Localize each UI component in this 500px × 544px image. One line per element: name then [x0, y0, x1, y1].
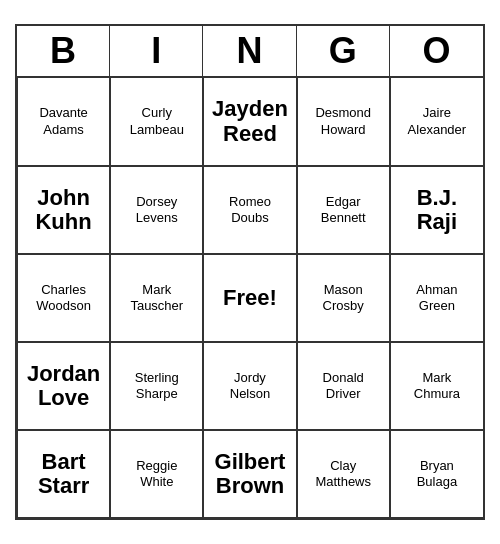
bingo-cell-15: JordanLove [17, 342, 110, 430]
bingo-cell-7: RomeoDoubs [203, 166, 296, 254]
bingo-cell-19: MarkChmura [390, 342, 483, 430]
bingo-cell-4: JaireAlexander [390, 78, 483, 166]
bingo-cell-16: SterlingSharpe [110, 342, 203, 430]
header-letter-o: O [390, 26, 483, 76]
header-letter-g: G [297, 26, 390, 76]
bingo-cell-17: JordyNelson [203, 342, 296, 430]
bingo-cell-2: JaydenReed [203, 78, 296, 166]
bingo-cell-22: GilbertBrown [203, 430, 296, 518]
bingo-cell-0: DavanteAdams [17, 78, 110, 166]
bingo-cell-23: ClayMatthews [297, 430, 390, 518]
bingo-cell-10: CharlesWoodson [17, 254, 110, 342]
free-space: Free! [203, 254, 296, 342]
bingo-cell-8: EdgarBennett [297, 166, 390, 254]
bingo-cell-21: ReggieWhite [110, 430, 203, 518]
header-letter-n: N [203, 26, 296, 76]
bingo-cell-6: DorseyLevens [110, 166, 203, 254]
bingo-cell-13: MasonCrosby [297, 254, 390, 342]
bingo-cell-1: CurlyLambeau [110, 78, 203, 166]
bingo-cell-24: BryanBulaga [390, 430, 483, 518]
bingo-cell-20: BartStarr [17, 430, 110, 518]
header-letter-i: I [110, 26, 203, 76]
bingo-cell-11: MarkTauscher [110, 254, 203, 342]
bingo-cell-3: DesmondHoward [297, 78, 390, 166]
bingo-grid: DavanteAdamsCurlyLambeauJaydenReedDesmon… [17, 78, 483, 518]
bingo-cell-5: JohnKuhn [17, 166, 110, 254]
header-letter-b: B [17, 26, 110, 76]
bingo-cell-9: B.J.Raji [390, 166, 483, 254]
bingo-cell-14: AhmanGreen [390, 254, 483, 342]
bingo-card: BINGO DavanteAdamsCurlyLambeauJaydenReed… [15, 24, 485, 520]
bingo-cell-18: DonaldDriver [297, 342, 390, 430]
bingo-header: BINGO [17, 26, 483, 78]
